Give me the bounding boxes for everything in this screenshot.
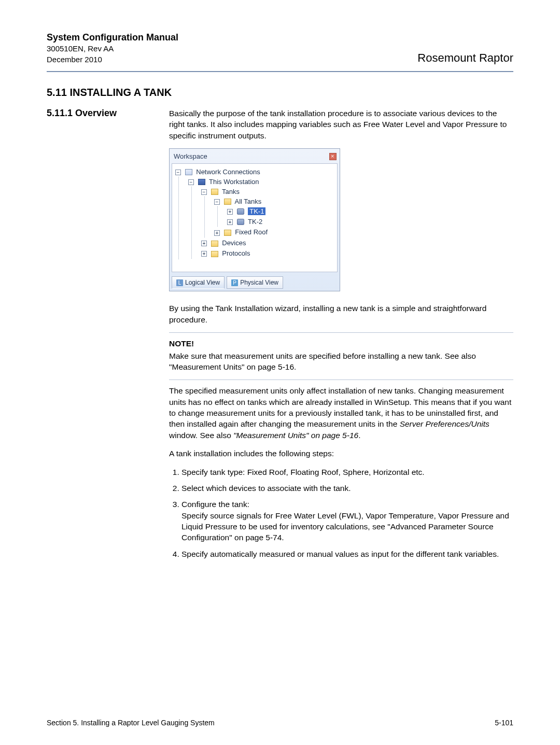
content-column: Basically the purpose of the tank instal… <box>169 108 513 565</box>
paragraph-units: The specified measurement units only aff… <box>169 385 513 441</box>
tree-label: TK-2 <box>248 218 262 226</box>
tree-node-protocols[interactable]: + Protocols <box>201 248 334 259</box>
note-rule-top <box>169 332 513 333</box>
tank-icon <box>237 219 244 225</box>
subsection-label: 5.11.1 Overview <box>47 108 155 565</box>
list-item: Specify tank type: Fixed Roof, Floating … <box>181 467 513 477</box>
expand-icon[interactable]: + <box>201 251 207 257</box>
tree-label-selected: TK-1 <box>248 207 265 215</box>
note-title: NOTE! <box>169 338 513 349</box>
para-text: window. See also <box>169 431 233 440</box>
doc-date: December 2010 <box>47 54 178 65</box>
intro-paragraph: Basically the purpose of the tank instal… <box>169 108 513 141</box>
header-left: System Configuration Manual 300510EN, Re… <box>47 31 178 65</box>
note-rule-bottom <box>169 379 513 380</box>
page-header: System Configuration Manual 300510EN, Re… <box>47 31 513 65</box>
workspace-title: Workspace <box>174 152 207 161</box>
tree-node-network[interactable]: − Network Connections − This Workstation <box>175 167 334 260</box>
steps-intro: A tank installation includes the followi… <box>169 448 513 459</box>
footer-right: 5-101 <box>495 719 513 727</box>
tab-label: Physical View <box>240 278 278 287</box>
workspace-panel: Workspace − Network Connections − <box>169 148 340 291</box>
doc-title: System Configuration Manual <box>47 31 178 44</box>
note-body: Make sure that measurement units are spe… <box>169 350 513 373</box>
collapse-icon[interactable]: − <box>214 199 220 205</box>
after-image-paragraph: By using the Tank Installation wizard, i… <box>169 303 513 325</box>
list-item: Specify automatically measured or manual… <box>181 549 513 559</box>
tree-label: This Workstation <box>209 178 259 186</box>
collapse-icon[interactable]: − <box>175 170 181 175</box>
list-item: Configure the tank: Specify source signa… <box>181 499 513 543</box>
tree-node-workstation[interactable]: − This Workstation − Tanks <box>188 177 334 260</box>
expand-icon[interactable]: + <box>227 219 233 225</box>
header-right: Rosemount Raptor <box>417 51 513 65</box>
folder-icon <box>224 199 231 205</box>
tree-label: Devices <box>222 239 246 247</box>
footer-left: Section 5. Installing a Raptor Level Gau… <box>47 719 215 727</box>
collapse-icon[interactable]: − <box>188 179 194 185</box>
tree-view[interactable]: − Network Connections − This Workstation <box>172 163 338 272</box>
tab-label: Logical View <box>185 278 220 287</box>
tree-label: Tanks <box>222 188 240 195</box>
tree-node-fixed-roof[interactable]: + Fixed Roof <box>214 227 334 237</box>
collapse-icon[interactable]: − <box>201 189 207 195</box>
tree-label: Protocols <box>222 249 250 257</box>
close-icon[interactable] <box>329 153 337 160</box>
folder-icon <box>224 230 231 236</box>
tree-label: All Tanks <box>235 198 262 205</box>
tree-node-tk2[interactable]: + TK-2 <box>227 217 334 227</box>
para-text: . <box>358 431 360 440</box>
tank-icon <box>237 208 244 215</box>
network-icon <box>185 169 192 175</box>
expand-icon[interactable]: + <box>227 209 233 215</box>
tree-label: Network Connections <box>196 168 260 176</box>
physical-badge-icon: P <box>231 279 238 286</box>
tree-node-tanks[interactable]: − Tanks − All Tanks <box>201 187 334 238</box>
list-item: Select which devices to associate with t… <box>181 483 513 494</box>
expand-icon[interactable]: + <box>201 241 207 246</box>
para-italic: "Measurement Units" on page 5-16 <box>233 431 358 440</box>
folder-icon <box>211 251 218 257</box>
tree-node-all-tanks[interactable]: − All Tanks + <box>214 196 334 228</box>
expand-icon[interactable]: + <box>214 230 220 236</box>
tree-node-tk1[interactable]: + TK-1 <box>227 206 334 217</box>
tab-logical-view[interactable]: L Logical View <box>172 276 225 289</box>
folder-icon <box>211 189 218 195</box>
section-title: 5.11 INSTALLING A TANK <box>47 87 513 99</box>
page-footer: Section 5. Installing a Raptor Level Gau… <box>47 719 513 727</box>
header-rule <box>47 71 513 72</box>
tree-label: Fixed Roof <box>235 228 268 236</box>
tab-physical-view[interactable]: P Physical View <box>227 276 283 289</box>
workspace-tabs: L Logical View P Physical View <box>172 276 338 289</box>
logical-badge-icon: L <box>176 279 183 286</box>
tree-node-devices[interactable]: + Devices <box>201 238 334 248</box>
para-italic: Server Preferences/Units <box>400 419 489 428</box>
folder-icon <box>211 241 218 247</box>
doc-ref: 300510EN, Rev AA <box>47 44 178 54</box>
workstation-icon <box>198 179 205 185</box>
steps-list: Specify tank type: Fixed Roof, Floating … <box>169 467 513 560</box>
